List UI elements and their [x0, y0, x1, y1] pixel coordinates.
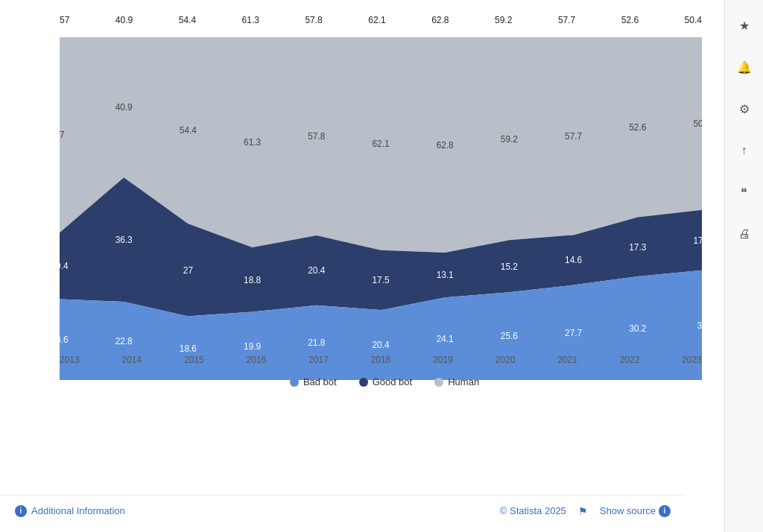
- star-icon[interactable]: ★: [731, 12, 758, 39]
- human-label: 54.4: [180, 125, 197, 136]
- x-axis-label: 2021: [557, 355, 577, 365]
- human-label: 52.6: [629, 122, 646, 133]
- x-axis-label: 2015: [184, 355, 204, 365]
- x-axis-label: 2019: [433, 355, 453, 365]
- chart-svg: 100% 75% 50% 25% 0% 23.622.818.619.921.8…: [60, 37, 702, 380]
- legend-dot: [359, 378, 368, 387]
- legend-item: Bad bot: [290, 376, 337, 387]
- additional-info-button[interactable]: i Additional Information: [15, 505, 125, 517]
- good-bot-label: 17.5: [372, 275, 389, 285]
- footer: i Additional Information © Statista 2025…: [0, 495, 686, 532]
- bad-bot-label: 22.8: [115, 336, 133, 346]
- show-source-button[interactable]: Show source i: [600, 505, 671, 517]
- x-axis-label: 2023: [682, 355, 702, 365]
- bad-bot-label: 24.1: [437, 334, 454, 344]
- top-value: 59.2: [495, 15, 512, 25]
- bad-bot-label: 21.8: [308, 338, 325, 348]
- x-axis-label: 2016: [247, 355, 267, 365]
- good-bot-label: 36.3: [115, 235, 133, 245]
- gear-icon[interactable]: ⚙: [731, 95, 758, 122]
- top-value: 61.3: [242, 15, 259, 25]
- top-value: 62.1: [368, 15, 385, 25]
- flag-icon: ⚑: [578, 505, 588, 517]
- human-label: 61.3: [244, 137, 261, 148]
- footer-right: © Statista 2025 ⚑ Show source i: [500, 505, 671, 517]
- chart-wrapper: Share of traffic 5740.954.461.357.862.16…: [15, 15, 709, 447]
- human-label: 57.8: [308, 131, 325, 142]
- bell-icon[interactable]: 🔔: [731, 54, 758, 80]
- top-value: 57: [60, 15, 69, 25]
- show-source-label: Show source: [600, 505, 656, 516]
- human-label: 59.2: [501, 133, 518, 144]
- x-axis-label: 2014: [122, 355, 142, 365]
- x-axis-label: 2013: [60, 355, 80, 365]
- print-icon[interactable]: 🖨: [731, 221, 758, 247]
- top-value: 54.4: [179, 15, 196, 25]
- legend-label: Human: [448, 376, 479, 387]
- good-bot-label: 13.1: [437, 270, 454, 280]
- good-bot-label: 18.8: [244, 275, 261, 285]
- good-bot-label: 27: [183, 265, 194, 276]
- legend-item: Human: [434, 376, 479, 387]
- info-icon: i: [15, 505, 27, 517]
- main-container: Share of traffic 5740.954.461.357.862.16…: [0, 0, 763, 532]
- good-bot-label: 17.3: [629, 242, 646, 253]
- bad-bot-label: 19.9: [244, 341, 261, 352]
- top-value: 57.7: [558, 15, 575, 25]
- quote-icon[interactable]: ❝: [731, 179, 758, 206]
- bad-bot-label: 18.6: [180, 343, 197, 354]
- bad-bot-label: 32: [697, 320, 702, 331]
- human-label: 57.7: [565, 131, 582, 142]
- human-label: 57: [60, 130, 65, 140]
- legend-dot: [290, 378, 299, 387]
- x-axis-label: 2022: [620, 355, 640, 365]
- top-value: 57.8: [305, 15, 322, 25]
- good-bot-label: 15.2: [501, 262, 518, 272]
- human-label: 62.8: [437, 140, 454, 151]
- x-axis-label: 2017: [308, 355, 329, 365]
- bad-bot-label: 20.4: [372, 340, 389, 350]
- x-axis-label: 2018: [371, 355, 391, 365]
- legend-dot: [434, 378, 443, 387]
- sidebar: ★🔔⚙↑❝🖨: [724, 0, 763, 532]
- good-bot-label: 19.4: [60, 261, 69, 271]
- human-label: 50.4: [693, 118, 702, 129]
- share-icon[interactable]: ↑: [731, 137, 758, 164]
- top-value: 40.9: [115, 15, 133, 25]
- chart-legend: Bad botGood botHuman: [15, 376, 709, 387]
- bad-bot-label: 30.2: [629, 323, 646, 334]
- legend-item: Good bot: [359, 376, 413, 387]
- top-value: 50.4: [685, 15, 702, 25]
- top-values-row: 5740.954.461.357.862.162.859.257.752.650…: [60, 15, 702, 25]
- x-axis-label: 2020: [496, 355, 516, 365]
- human-label: 62.1: [372, 139, 389, 149]
- bad-bot-label: 23.6: [60, 335, 69, 345]
- good-bot-label: 20.4: [308, 265, 325, 276]
- statista-credit: © Statista 2025: [500, 505, 566, 516]
- bad-bot-label: 27.7: [565, 328, 582, 338]
- good-bot-label: 17.6: [693, 235, 702, 246]
- human-label: 40.9: [115, 102, 133, 113]
- bad-bot-label: 25.6: [501, 331, 518, 341]
- legend-label: Bad bot: [303, 376, 337, 387]
- additional-info-label: Additional Information: [31, 505, 125, 516]
- source-info-icon: i: [659, 505, 671, 517]
- top-value: 62.8: [431, 15, 449, 25]
- legend-label: Good bot: [373, 376, 413, 387]
- top-value: 52.6: [621, 15, 639, 25]
- good-bot-label: 14.6: [565, 255, 582, 265]
- chart-area: Share of traffic 5740.954.461.357.862.16…: [0, 0, 724, 532]
